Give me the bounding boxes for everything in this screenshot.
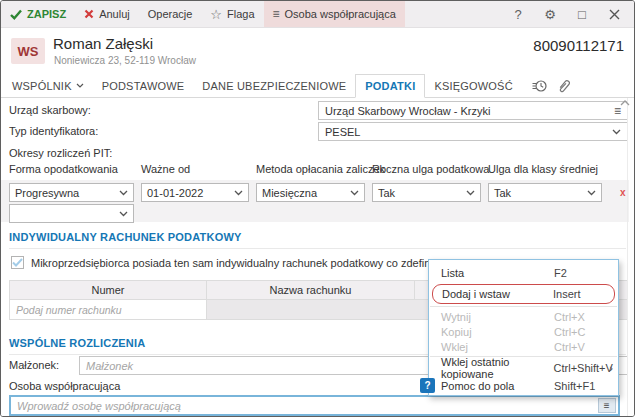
menu-separator bbox=[430, 306, 617, 307]
submenu-arrow-icon: › bbox=[609, 362, 613, 374]
star-icon: ☆ bbox=[210, 8, 222, 21]
pit-new-row-select[interactable] bbox=[9, 204, 134, 223]
pit-periods-label: Okresy rozliczeń PIT: bbox=[9, 147, 112, 159]
close-button[interactable] bbox=[600, 1, 628, 27]
pit-col-wazne-od: Ważne od bbox=[141, 163, 190, 175]
tab-bar: WSPÓLNIK PODSTAWOWE DANE UBEZPIECZENIOWE… bbox=[1, 74, 634, 98]
tab-podatki[interactable]: PODATKI bbox=[355, 74, 425, 98]
context-menu: Lista F2 Dodaj i wstaw Insert Wytnij Ctr… bbox=[428, 259, 619, 396]
cooperating-person-field[interactable]: ≡ bbox=[9, 395, 620, 416]
cancel-label: Anuluj bbox=[99, 8, 130, 20]
tab-extra-icons bbox=[532, 79, 570, 97]
initials-badge: WS bbox=[11, 38, 45, 64]
person-address: Noniewicza 23, 52-119 Wrocław bbox=[54, 55, 196, 66]
person-id-number: 80090112171 bbox=[533, 37, 624, 54]
column-header-nazwa-rachunku: Nazwa rachunku bbox=[207, 281, 415, 299]
app-window: ZAPISZ Anuluj Operacje ☆ Flaga ≡ Osoba w… bbox=[0, 0, 635, 417]
record-header: WS Roman Załęski Noniewicza 23, 52-119 W… bbox=[1, 28, 634, 74]
spouse-label: Małżonek: bbox=[9, 359, 59, 371]
pit-ulga-klasy-select[interactable]: Tak bbox=[488, 183, 602, 202]
cooperating-person-label: Osoba współpracująca bbox=[285, 8, 396, 20]
toolbar: ZAPISZ Anuluj Operacje ☆ Flaga ≡ Osoba w… bbox=[1, 1, 634, 28]
check-icon bbox=[10, 9, 22, 20]
chevron-down-icon bbox=[76, 83, 84, 88]
chevron-down-icon bbox=[612, 129, 621, 135]
chevron-down-icon bbox=[587, 190, 596, 196]
menu-icon: ≡ bbox=[273, 7, 280, 21]
operations-label: Operacje bbox=[148, 8, 193, 20]
history-icon[interactable] bbox=[532, 79, 547, 93]
window-controls: ? ⚙ □ bbox=[504, 1, 634, 27]
field-help-icon: ? bbox=[420, 378, 435, 393]
account-number-input[interactable] bbox=[10, 300, 206, 319]
tab-ksiegowosc[interactable]: KSIĘGOWOŚĆ bbox=[425, 74, 521, 97]
settings-gear-icon[interactable]: ⚙ bbox=[536, 1, 564, 27]
save-button[interactable]: ZAPISZ bbox=[1, 1, 75, 27]
tab-wspolnik[interactable]: WSPÓLNIK bbox=[3, 74, 93, 97]
pit-forma-select[interactable]: Progresywna bbox=[9, 183, 134, 202]
individual-account-section-title: INDYWIDUALNY RACHUNEK PODATKOWY bbox=[9, 231, 626, 249]
help-button[interactable]: ? bbox=[504, 1, 532, 27]
menu-item-wklej[interactable]: Wklej Ctrl+V bbox=[429, 339, 618, 354]
pit-col-roczna-ulga: Roczna ulga podatkowa bbox=[372, 163, 489, 175]
pit-wazne-od-select[interactable]: 01-01-2022 bbox=[141, 183, 249, 202]
menu-icon: ≡ bbox=[604, 400, 610, 411]
checkmark-icon bbox=[12, 258, 23, 267]
cooperating-person-input[interactable] bbox=[11, 397, 598, 414]
x-icon bbox=[84, 9, 94, 19]
field-list-button[interactable]: ≡ bbox=[598, 398, 616, 413]
menu-item-pomoc-do-pola[interactable]: Pomoc do pola Shift+F1 bbox=[429, 377, 618, 395]
maximize-button[interactable]: □ bbox=[568, 1, 596, 27]
id-type-label: Typ identyfikatora: bbox=[9, 125, 98, 137]
chevron-down-icon bbox=[119, 211, 128, 217]
scrollbar-track bbox=[627, 98, 628, 417]
operations-button[interactable]: Operacje bbox=[139, 1, 202, 27]
chevron-down-icon bbox=[119, 190, 128, 196]
id-type-select[interactable]: PESEL bbox=[318, 122, 628, 141]
chevron-down-icon bbox=[466, 190, 475, 196]
paperclip-icon[interactable] bbox=[557, 79, 570, 93]
pit-col-forma: Forma opodatkowania bbox=[9, 163, 118, 175]
column-header-numer: Numer bbox=[10, 281, 207, 299]
pit-metoda-select[interactable]: Miesięczna bbox=[256, 183, 365, 202]
save-label: ZAPISZ bbox=[27, 8, 66, 20]
pit-col-metoda: Metoda opłacania zaliczek bbox=[256, 163, 385, 175]
chevron-down-icon bbox=[234, 190, 243, 196]
menu-item-wytnij[interactable]: Wytnij Ctrl+X bbox=[429, 309, 618, 324]
menu-item-lista[interactable]: Lista F2 bbox=[429, 263, 618, 283]
flag-button[interactable]: ☆ Flaga bbox=[201, 1, 263, 27]
cooperating-person-toolbar-button[interactable]: ≡ Osoba współpracująca bbox=[264, 1, 405, 27]
menu-item-kopiuj[interactable]: Kopiuj Ctrl+C bbox=[429, 324, 618, 339]
menu-item-wklej-ostatnio-kopiowane[interactable]: Wklej ostatnio kopiowane Ctrl+Shift+V › bbox=[429, 359, 618, 377]
menu-item-dodaj-i-wstaw[interactable]: Dodaj i wstaw Insert bbox=[432, 284, 615, 304]
delete-row-button[interactable]: x bbox=[620, 187, 626, 198]
pit-col-ulga-klasy: Ulga dla klasy średniej bbox=[488, 163, 598, 175]
tax-office-field[interactable]: Urząd Skarbowy Wrocław - Krzyki ≡ bbox=[318, 101, 628, 120]
person-name: Roman Załęski bbox=[53, 35, 153, 52]
account-number-cell[interactable] bbox=[10, 300, 207, 319]
scroll-up-arrow[interactable] bbox=[620, 100, 630, 106]
pit-roczna-ulga-select[interactable]: Tak bbox=[372, 183, 481, 202]
micro-enterprise-checkbox[interactable] bbox=[11, 256, 24, 269]
tax-office-label: Urząd skarbowy: bbox=[9, 104, 91, 116]
tab-podstawowe[interactable]: PODSTAWOWE bbox=[93, 74, 194, 97]
cooperating-person-field-label: Osoba współpracująca bbox=[9, 380, 120, 392]
chevron-down-icon bbox=[350, 190, 359, 196]
tab-dane-ubezpieczeniowe[interactable]: DANE UBEZPIECZENIOWE bbox=[193, 74, 355, 97]
cancel-button[interactable]: Anuluj bbox=[75, 1, 139, 27]
flag-label: Flaga bbox=[227, 8, 255, 20]
